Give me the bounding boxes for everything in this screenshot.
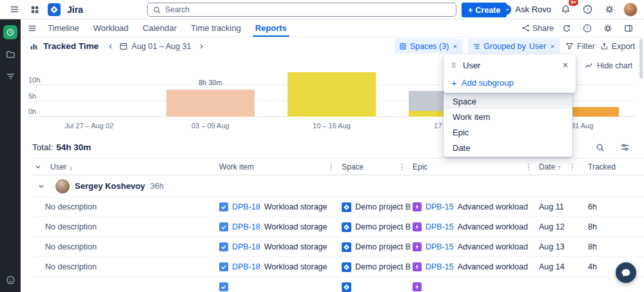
collapse-all-chevron-icon[interactable] xyxy=(34,163,42,171)
row-work-item xyxy=(219,282,342,291)
menu-option-epic[interactable]: Epic xyxy=(444,124,572,140)
subgroup-options-menu: Space Work item Epic Date xyxy=(444,92,572,157)
tab-reports[interactable]: Reports xyxy=(249,19,293,37)
report-title: Tracked Time xyxy=(43,41,99,51)
tracked-column-label: Tracked xyxy=(588,162,616,171)
create-button[interactable]: + Create xyxy=(462,3,507,17)
table-row[interactable]: No description DPB-18 Workload storage D… xyxy=(32,257,644,277)
row-date: Aug 11 xyxy=(539,202,583,211)
nav-hamburger-icon[interactable] xyxy=(24,21,40,36)
menu-option-work-item[interactable]: Work item xyxy=(444,109,572,124)
tracked-time-app-icon[interactable] xyxy=(3,25,17,39)
epic-title: Advanced workload xyxy=(458,202,528,211)
tab-calendar[interactable]: Calendar xyxy=(136,19,183,37)
tab-timeline[interactable]: Timeline xyxy=(41,19,86,37)
jira-logo[interactable] xyxy=(48,3,61,16)
sort-desc-icon: ↓ xyxy=(69,163,73,171)
table-row[interactable]: No description DPB-18 Workload storage D… xyxy=(32,237,644,257)
total-label: Total: xyxy=(32,142,53,152)
row-tracked: 8h xyxy=(583,222,644,231)
table-row[interactable] xyxy=(32,277,644,292)
tracked-time-table: User ↓ Work item ⋮ Space ⋮ Epic ⋮ Date xyxy=(21,158,644,292)
scrollbar-thumb[interactable] xyxy=(639,39,643,79)
grouping-close-icon[interactable] xyxy=(561,61,569,69)
column-header-tracked[interactable]: Tracked xyxy=(583,162,644,171)
app-switcher-icon[interactable] xyxy=(27,2,43,17)
epic-key-link[interactable]: DPB-15 xyxy=(425,222,454,231)
side-panel-toggle-icon[interactable] xyxy=(621,21,636,36)
report-toolbar: Tracked Time Aug 01 – Aug 31 Spaces (3) xyxy=(21,37,644,55)
epic-title: Advanced workload xyxy=(458,222,528,231)
spaces-filter-chip[interactable]: Spaces (3) xyxy=(395,39,463,54)
date-column-menu-icon[interactable]: ⋮ xyxy=(569,162,576,171)
space-avatar-icon xyxy=(342,202,351,212)
drag-handle-icon[interactable] xyxy=(450,61,458,69)
group-collapse-chevron-icon[interactable] xyxy=(32,182,50,190)
column-header-user[interactable]: User ↓ xyxy=(50,162,219,171)
grouped-chip-close-icon[interactable] xyxy=(549,43,556,50)
app-window: Jira + Create Ask Rovo 9+ xyxy=(0,0,644,292)
share-button[interactable]: Share xyxy=(522,24,554,33)
menu-option-date[interactable]: Date xyxy=(444,140,572,155)
search-box[interactable] xyxy=(147,3,456,17)
add-subgroup-button[interactable]: + Add subgroup xyxy=(444,74,576,92)
search-input[interactable] xyxy=(165,5,451,14)
filter-button[interactable]: Filter xyxy=(565,42,595,51)
menu-option-space[interactable]: Space xyxy=(444,93,572,109)
chat-widget-button[interactable] xyxy=(616,262,636,283)
space-column-menu-icon[interactable]: ⋮ xyxy=(398,162,406,171)
chart-bar[interactable] xyxy=(288,72,376,117)
column-header-space[interactable]: Space ⋮ xyxy=(342,162,413,171)
epic-key-link[interactable]: DPB-15 xyxy=(425,202,454,211)
space-name: Demo project B xyxy=(355,262,411,271)
work-item-key-link[interactable]: DPB-18 xyxy=(232,262,260,271)
epic-type-icon xyxy=(413,222,422,231)
ask-rovo-button[interactable]: Ask Rovo xyxy=(501,5,551,15)
work-item-key-link[interactable]: DPB-18 xyxy=(232,202,260,211)
prev-period-icon[interactable] xyxy=(105,39,117,54)
filters-icon[interactable] xyxy=(3,69,17,83)
spaces-chip-close-icon[interactable] xyxy=(452,43,458,50)
table-row[interactable]: No description DPB-18 Workload storage D… xyxy=(32,197,644,217)
epic-key-link[interactable]: DPB-15 xyxy=(425,242,454,251)
user-group-row[interactable]: Sergey Koshevoy 36h xyxy=(32,175,644,197)
view-settings-gear-icon[interactable] xyxy=(600,21,616,36)
tab-workload[interactable]: Workload xyxy=(87,19,135,37)
table-row[interactable]: No description DPB-18 Workload storage D… xyxy=(32,217,644,237)
work-item-key-link[interactable]: DPB-18 xyxy=(232,222,260,231)
work-item-key-link[interactable]: DPB-18 xyxy=(232,242,260,251)
column-header-date[interactable]: Date ↑ ⋮ xyxy=(539,162,583,171)
feedback-smiley-icon[interactable] xyxy=(3,273,17,287)
filter-label: Filter xyxy=(577,42,595,51)
chart-bar[interactable] xyxy=(166,90,255,117)
help-icon[interactable]: ? xyxy=(580,2,595,17)
chart-bar-annotation: 8h 30m xyxy=(150,79,271,86)
work-item-column-label: Work item xyxy=(219,162,254,171)
epic-column-menu-icon[interactable]: ⋮ xyxy=(525,162,532,171)
table-search-icon[interactable] xyxy=(592,140,608,155)
projects-folder-icon[interactable] xyxy=(3,47,17,61)
user-avatar[interactable] xyxy=(623,3,638,17)
next-period-icon[interactable] xyxy=(195,39,207,54)
view-help-icon[interactable]: ? xyxy=(580,21,595,36)
hide-chart-label: Hide chart xyxy=(597,61,632,70)
column-header-epic[interactable]: Epic ⋮ xyxy=(413,162,539,171)
epic-key-link[interactable]: DPB-15 xyxy=(425,262,454,271)
create-label: Create xyxy=(475,6,500,15)
export-button[interactable]: Export xyxy=(600,42,635,51)
row-epic: DPB-15 Advanced workload xyxy=(413,202,539,211)
chart-bar-segment-salmon[interactable] xyxy=(166,90,255,117)
chart-bar-segment-yellow[interactable] xyxy=(288,72,376,117)
date-range[interactable]: Aug 01 – Aug 31 xyxy=(132,42,191,51)
grouped-by-chip[interactable]: Grouped by User xyxy=(468,39,560,54)
refresh-icon[interactable] xyxy=(559,21,574,36)
work-item-column-menu-icon[interactable]: ⋮ xyxy=(327,162,335,171)
settings-gear-icon[interactable] xyxy=(601,2,617,17)
hide-chart-button[interactable]: Hide chart xyxy=(585,61,632,70)
column-header-work-item[interactable]: Work item ⋮ xyxy=(219,162,342,171)
task-type-icon xyxy=(219,202,228,211)
table-settings-sliders-icon[interactable] xyxy=(617,140,632,155)
main-menu-icon[interactable] xyxy=(6,2,22,17)
tab-time-tracking[interactable]: Time tracking xyxy=(184,19,248,37)
space-avatar-icon xyxy=(342,222,351,232)
